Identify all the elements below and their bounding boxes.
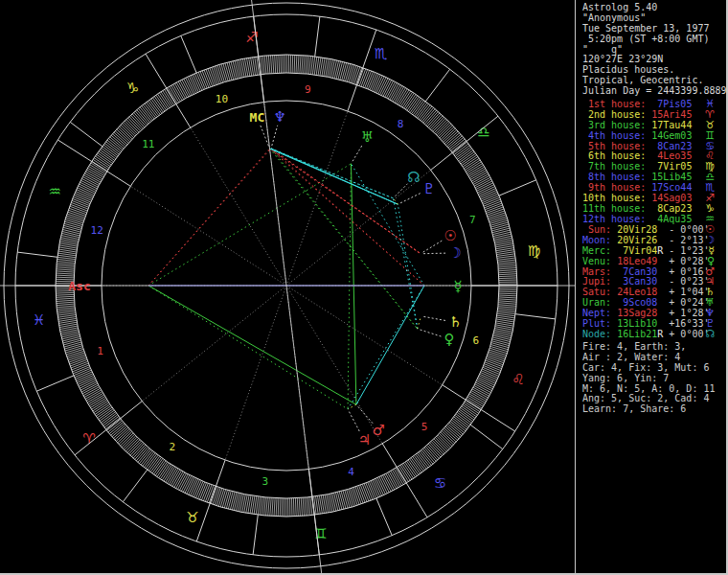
planet-velocity: + 1°28' [663,308,709,318]
header-line: Julian Day = 2443399.8889 [582,86,722,97]
stats-line: Learn: 7, Share: 6 [582,404,722,415]
planet-velocity: +16°33' [663,318,709,329]
stats-text: Ang: 5, Suc: 2, Cad: 4 [582,393,709,403]
house-number-3: 3 [262,475,268,488]
house-number-9: 9 [305,83,311,96]
planet-position: 3Can30 [611,276,657,287]
planet-label: Moon: [582,235,611,245]
aspect-line-uranus-mars [351,164,355,404]
planet-position: 9Sco08 [611,297,657,308]
header-text: Astrolog 5.40 [582,2,657,12]
planet-venus-icon: ♀ [444,331,455,348]
house-cusp-line [196,460,225,541]
aspect-line-asc-mars [148,286,356,404]
header-text: Placidus houses. [582,64,674,75]
midheaven-axis-line [238,0,335,575]
sign-divider-line [470,425,503,448]
planet-label: Plut: [582,318,611,329]
aspect-line-mc-venus [270,149,418,329]
aspect-line-asc-jupiter [148,286,348,409]
header-text: Tropical, Geocentric. [582,75,703,85]
glyph-pointer-line [396,184,408,196]
asc-label: Asc [68,279,90,293]
stats-text: Fire: 4, Earth: 3, [582,341,686,352]
house-position: 17Tau44 [646,120,692,130]
house-label: 3rd house: [582,120,646,130]
glyph-pointer-line [421,330,442,336]
aspect-line-mc-pluto [270,149,398,204]
glyph-pointer-line [423,240,444,252]
aspect-line-mercury-mars [356,286,424,404]
aspect-line-venus-saturn [418,316,421,329]
planet-label: Merc: [582,245,611,256]
planet-neptune-icon: ♆ [273,108,285,126]
house-label: 11th house: [582,203,646,214]
house-position: 14Gem03 [646,130,692,141]
glyph-pointer-line [400,193,421,203]
stats-text: Yang: 6, Yin: 7 [582,373,669,383]
house-position: 4Leo35 [646,150,692,161]
house-label: 2nd house: [582,109,646,120]
header-text: 5:20pm (ST +8:00 GMT) [582,34,709,44]
planet-mercury-icon: ☿ [453,278,462,295]
house-number-11: 11 [142,138,154,150]
stats-text: Air : 2, Water: 4 [582,352,680,362]
glyph-pointer-line [423,253,446,254]
zodiac-sign-pisces-icon: ♓ [33,311,45,329]
planet-velocity: - 1°23' [663,245,709,256]
house-number-7: 7 [469,214,476,226]
planet-label: Node: [582,329,611,339]
house-cusp-line [431,116,498,170]
house-label: 10th house: [582,193,646,203]
houses-list: 1st house: 7Pis05♓ 2nd house: 15Ari45♈ 3… [582,100,722,225]
zodiac-sign-capricorn-icon: ♑ [126,80,139,97]
planet-position: 18Leo49 [611,256,657,266]
house-spoke-line [286,286,382,444]
planet-label: Mars: [582,266,611,277]
planet-position: 7Vir04 [611,245,657,256]
house-spoke-line [142,286,286,402]
mc-label: MC [250,110,265,125]
aspect-line-venus-node [393,198,417,329]
house-cusp-line [57,140,130,186]
house-label: 1st house: [582,99,646,109]
house-number-1: 1 [97,345,103,357]
house-position: 15Ari45 [646,109,692,120]
house-number-4: 4 [348,466,354,478]
house-number-6: 6 [472,334,479,347]
stats-text: Learn: 7, Share: 6 [582,403,686,414]
house-cusp-line [75,402,142,455]
house-position: 14Sag03 [646,193,692,203]
info-panel: Astrolog 5.40"Anonymous"Tue September 13… [576,0,726,573]
planet-saturn-icon: ♄ [449,313,462,331]
planet-jupiter-icon: ♃ [357,431,370,448]
natal-chart-wheel[interactable]: ♈♉♊♋♌♍♎♏♐♑♒♓123456789101112☉☽☿♀♂♃♄♅♆♇☊MC… [0,0,575,575]
glyph-pointer-line [353,144,363,161]
sign-divider-line [499,180,536,196]
house-position: 17Sco44 [646,182,692,193]
sign-divider-line [123,470,147,502]
planet-position: 16Lib21 [611,329,657,339]
house-position: 7Pis05 [646,99,692,109]
aspect-line-mercury-neptune [271,149,424,286]
aspect-line-neptune-moon [271,149,421,254]
sign-divider-line [315,16,320,57]
planet-pluto-icon: ♇ [422,180,435,197]
planet-label: Sun: [582,224,611,235]
house-number-2: 2 [170,441,176,453]
planets-list: Sun: 20Vir28 - 0°00'☉Moon: 20Vir26 - 2°1… [582,225,722,340]
planet-position: 20Vir26 [611,235,657,245]
header-text: " q" [582,44,623,55]
planet-position: 7Can30 [611,266,657,277]
header-text: Julian Day = 2443399.8889 [582,85,727,96]
planet-label: Uran: [582,297,611,308]
aspect-line-venus-pluto [398,204,417,329]
header-text: Tue September 13, 1977 [582,23,709,34]
planet-velocity: + 0°00' [663,329,709,339]
glyph-pointer-line [349,412,360,433]
glyph-pointer-line [358,406,373,423]
sign-divider-line [425,69,449,102]
planet-velocity: + 0°24' [663,297,709,308]
planet-velocity: + 0°28' [663,256,709,266]
aspect-line-mercury-jupiter [348,286,424,409]
